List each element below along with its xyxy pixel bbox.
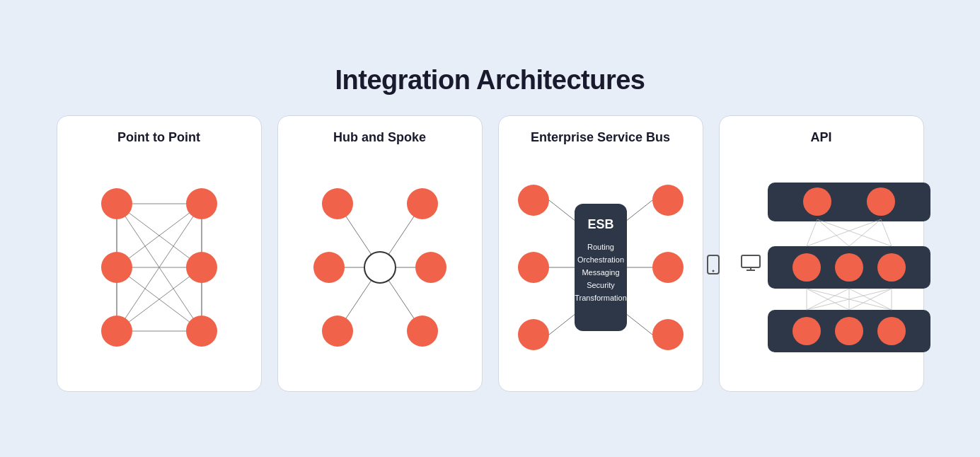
svg-point-47 bbox=[518, 185, 549, 216]
svg-point-15 bbox=[101, 188, 132, 219]
svg-text:Orchestration: Orchestration bbox=[577, 255, 623, 264]
svg-point-78 bbox=[792, 253, 821, 282]
svg-point-30 bbox=[415, 252, 446, 283]
svg-text:ESB: ESB bbox=[587, 217, 613, 231]
svg-point-76 bbox=[803, 187, 831, 216]
diagram-esb: ESB Routing Orchestration Messaging Secu… bbox=[510, 158, 691, 377]
svg-point-48 bbox=[518, 252, 549, 283]
svg-point-28 bbox=[407, 188, 438, 219]
svg-point-33 bbox=[364, 252, 396, 283]
cards-container: Point to Point bbox=[57, 115, 924, 392]
svg-point-52 bbox=[652, 319, 684, 350]
svg-text:Routing: Routing bbox=[587, 243, 614, 251]
api-device-icons bbox=[705, 255, 761, 274]
svg-point-29 bbox=[313, 252, 345, 283]
svg-point-18 bbox=[186, 252, 217, 283]
page-title: Integration Architectures bbox=[335, 65, 645, 96]
svg-point-81 bbox=[792, 317, 821, 345]
svg-point-54 bbox=[712, 270, 714, 272]
svg-point-83 bbox=[877, 317, 906, 345]
card-api: API bbox=[719, 115, 924, 392]
diagram-p2p bbox=[69, 158, 250, 377]
svg-point-19 bbox=[101, 316, 132, 347]
svg-line-61 bbox=[807, 219, 817, 246]
card-hub-and-spoke: Hub and Spoke bbox=[277, 115, 483, 392]
svg-point-17 bbox=[101, 252, 132, 283]
svg-line-39 bbox=[626, 313, 652, 335]
card-title-p2p: Point to Point bbox=[117, 130, 200, 145]
svg-point-80 bbox=[877, 253, 906, 282]
card-title-esb: Enterprise Service Bus bbox=[531, 130, 670, 145]
card-point-to-point: Point to Point bbox=[57, 115, 262, 392]
svg-point-82 bbox=[835, 317, 863, 345]
svg-point-51 bbox=[652, 252, 684, 283]
svg-rect-55 bbox=[742, 255, 760, 267]
diagram-hub bbox=[289, 158, 471, 377]
svg-point-49 bbox=[518, 319, 549, 350]
svg-line-34 bbox=[549, 200, 576, 221]
svg-point-32 bbox=[407, 316, 438, 347]
svg-text:Security: Security bbox=[587, 281, 615, 289]
svg-point-50 bbox=[652, 185, 684, 216]
phone-icon bbox=[705, 255, 721, 274]
svg-text:Messaging: Messaging bbox=[582, 268, 619, 277]
card-esb: Enterprise Service Bus ESB bbox=[498, 115, 703, 392]
svg-rect-58 bbox=[768, 183, 930, 221]
card-title-hub: Hub and Spoke bbox=[333, 130, 426, 145]
svg-line-36 bbox=[549, 313, 576, 335]
svg-line-37 bbox=[626, 200, 652, 221]
svg-point-79 bbox=[835, 253, 863, 282]
card-title-api: API bbox=[810, 130, 831, 145]
svg-point-16 bbox=[186, 188, 217, 219]
svg-point-31 bbox=[322, 316, 353, 347]
svg-point-20 bbox=[186, 316, 217, 347]
monitor-icon bbox=[741, 255, 761, 270]
svg-text:Transformation: Transformation bbox=[575, 294, 627, 302]
svg-point-27 bbox=[322, 188, 353, 219]
diagram-api bbox=[731, 158, 912, 377]
svg-point-77 bbox=[867, 187, 895, 216]
svg-line-66 bbox=[881, 219, 892, 246]
